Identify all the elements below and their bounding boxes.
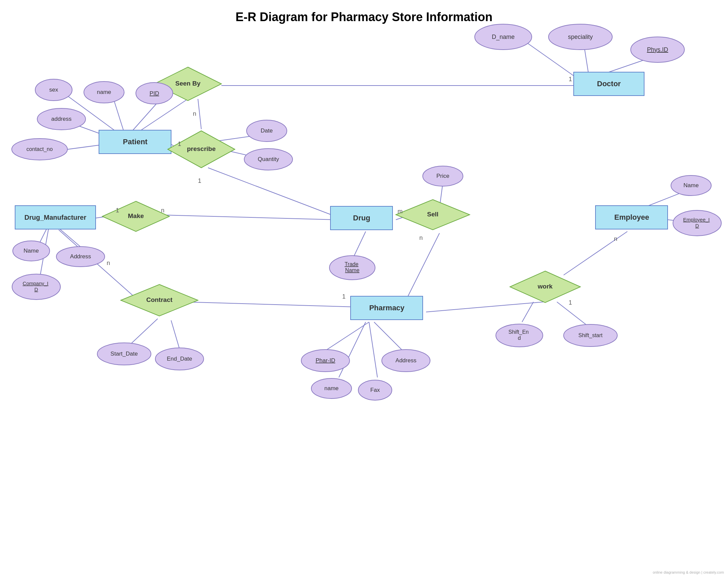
rel-contract-label: Contract bbox=[146, 296, 173, 303]
svg-line-25 bbox=[326, 322, 369, 350]
diagram-container: E-R Diagram for Pharmacy Store Informati… bbox=[0, 0, 728, 577]
attr-d-name-label: D_name bbox=[492, 33, 515, 41]
entity-patient-label: Patient bbox=[123, 137, 148, 146]
svg-line-20 bbox=[353, 232, 366, 258]
attr-name-employee-label: Name bbox=[683, 182, 699, 188]
card-1-contract-pharmacy: 1 bbox=[342, 293, 345, 300]
attr-name-mfr-label: Name bbox=[24, 247, 38, 254]
entity-drug-mfr-label: Drug_Manufacturer bbox=[25, 214, 86, 221]
svg-line-27 bbox=[339, 322, 366, 377]
attr-address-pharmacy-label: Address bbox=[395, 357, 416, 364]
attr-end-date-label: End_Date bbox=[167, 356, 192, 362]
entity-doctor-label: Doctor bbox=[597, 79, 621, 88]
attr-contact-no-label: contact_no bbox=[26, 146, 53, 152]
entity-drug-label: Drug bbox=[353, 214, 370, 222]
svg-line-31 bbox=[564, 232, 627, 275]
attr-sex-label: sex bbox=[49, 86, 58, 93]
attr-address-patient-label: address bbox=[51, 116, 72, 122]
rel-prescribe-label: prescribe bbox=[187, 145, 216, 152]
attr-fax-label: Fax bbox=[370, 387, 380, 393]
card-1-prescribe-drug: 1 bbox=[198, 178, 201, 184]
svg-line-1 bbox=[137, 99, 188, 132]
attr-name-pharmacy-label: name bbox=[324, 385, 339, 392]
svg-line-11 bbox=[208, 168, 336, 216]
attr-phar-id-label: Phar-ID bbox=[316, 357, 336, 364]
attr-date-label: Date bbox=[261, 128, 273, 134]
watermark: online diagramming & design | creately.c… bbox=[653, 570, 724, 574]
rel-make-label: Make bbox=[128, 212, 144, 219]
rel-sell-label: Sell bbox=[427, 211, 439, 218]
rel-work-label: work bbox=[538, 283, 553, 290]
svg-line-6 bbox=[114, 101, 124, 132]
card-n-sell-pharmacy: n bbox=[419, 235, 423, 241]
attr-name-patient-label: name bbox=[97, 89, 111, 95]
svg-line-28 bbox=[369, 322, 378, 377]
attr-address-mfr-label: Address bbox=[70, 253, 91, 260]
svg-line-14 bbox=[198, 99, 201, 129]
card-m-sell-drug: m bbox=[397, 208, 402, 215]
rel-seen-by-label: Seen By bbox=[176, 80, 201, 87]
svg-line-23 bbox=[131, 319, 158, 344]
svg-line-26 bbox=[374, 322, 402, 350]
svg-line-36 bbox=[59, 228, 82, 248]
card-1-work-pharmacy: 1 bbox=[569, 299, 572, 306]
attr-start-date-label: Start_Date bbox=[110, 350, 137, 357]
attr-phys-id-label: Phys.ID bbox=[647, 46, 668, 53]
svg-line-32 bbox=[426, 302, 544, 312]
card-1-prescribe-patient: 1 bbox=[178, 140, 181, 147]
entity-pharmacy-label: Pharmacy bbox=[369, 304, 405, 312]
card-n-seenby-patient: n bbox=[193, 110, 196, 117]
attr-quantity-label: Quantity bbox=[258, 156, 279, 162]
svg-line-18 bbox=[406, 233, 440, 300]
card-1-seenby-doctor: 1 bbox=[569, 76, 572, 82]
attr-shift-start-label: Shift_start bbox=[578, 333, 603, 339]
svg-line-22 bbox=[184, 302, 356, 307]
attr-price-label: Price bbox=[437, 173, 449, 179]
er-diagram-svg: Doctor Patient Drug Drug_Manufacturer Em… bbox=[0, 0, 728, 577]
svg-line-33 bbox=[522, 302, 534, 322]
attr-trade-name-label: Trade Name bbox=[344, 261, 360, 273]
attr-pid-label: PID bbox=[150, 90, 159, 97]
card-n-work-employee: n bbox=[614, 236, 617, 242]
entity-employee-label: Employee bbox=[614, 213, 649, 221]
attr-speciality-label: speciality bbox=[568, 33, 593, 40]
svg-line-15 bbox=[153, 215, 336, 220]
card-n-contract-mfr: n bbox=[107, 260, 110, 266]
svg-line-24 bbox=[171, 320, 180, 349]
card-1-make-mfr: 1 bbox=[116, 207, 119, 214]
card-n-make-drug: n bbox=[161, 207, 164, 214]
